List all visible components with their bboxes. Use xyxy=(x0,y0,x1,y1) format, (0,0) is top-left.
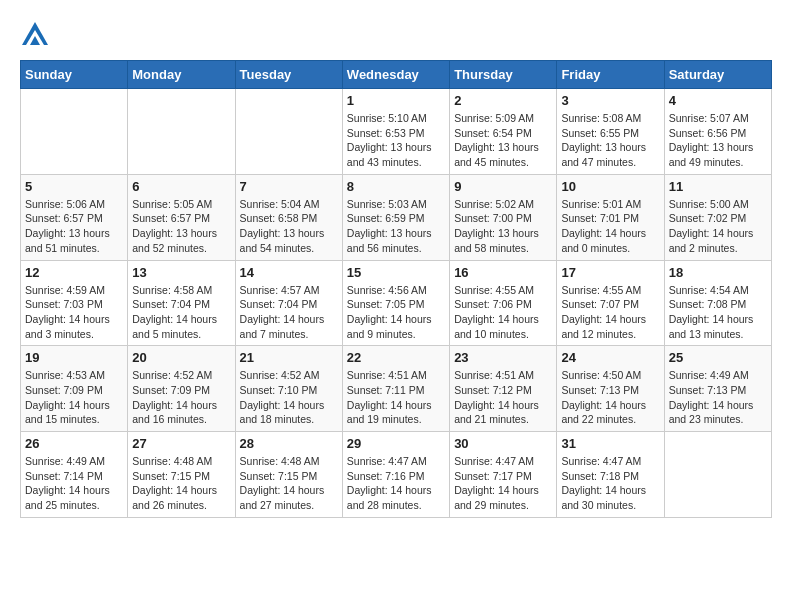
day-info: Sunrise: 4:49 AM Sunset: 7:13 PM Dayligh… xyxy=(669,368,767,427)
day-info: Sunrise: 4:47 AM Sunset: 7:16 PM Dayligh… xyxy=(347,454,445,513)
day-number: 16 xyxy=(454,265,552,280)
day-info: Sunrise: 5:09 AM Sunset: 6:54 PM Dayligh… xyxy=(454,111,552,170)
day-info: Sunrise: 5:08 AM Sunset: 6:55 PM Dayligh… xyxy=(561,111,659,170)
day-number: 31 xyxy=(561,436,659,451)
page-header xyxy=(20,20,772,50)
calendar-cell: 26Sunrise: 4:49 AM Sunset: 7:14 PM Dayli… xyxy=(21,432,128,518)
day-of-week-header: Sunday xyxy=(21,61,128,89)
calendar-cell: 21Sunrise: 4:52 AM Sunset: 7:10 PM Dayli… xyxy=(235,346,342,432)
day-info: Sunrise: 4:58 AM Sunset: 7:04 PM Dayligh… xyxy=(132,283,230,342)
day-number: 9 xyxy=(454,179,552,194)
day-info: Sunrise: 5:10 AM Sunset: 6:53 PM Dayligh… xyxy=(347,111,445,170)
day-number: 29 xyxy=(347,436,445,451)
day-number: 28 xyxy=(240,436,338,451)
calendar-cell: 23Sunrise: 4:51 AM Sunset: 7:12 PM Dayli… xyxy=(450,346,557,432)
calendar-cell: 3Sunrise: 5:08 AM Sunset: 6:55 PM Daylig… xyxy=(557,89,664,175)
day-info: Sunrise: 5:07 AM Sunset: 6:56 PM Dayligh… xyxy=(669,111,767,170)
day-number: 20 xyxy=(132,350,230,365)
day-number: 12 xyxy=(25,265,123,280)
day-number: 18 xyxy=(669,265,767,280)
calendar-week-row: 26Sunrise: 4:49 AM Sunset: 7:14 PM Dayli… xyxy=(21,432,772,518)
calendar-cell: 18Sunrise: 4:54 AM Sunset: 7:08 PM Dayli… xyxy=(664,260,771,346)
calendar-cell: 4Sunrise: 5:07 AM Sunset: 6:56 PM Daylig… xyxy=(664,89,771,175)
day-info: Sunrise: 4:47 AM Sunset: 7:17 PM Dayligh… xyxy=(454,454,552,513)
calendar-week-row: 19Sunrise: 4:53 AM Sunset: 7:09 PM Dayli… xyxy=(21,346,772,432)
calendar-cell: 8Sunrise: 5:03 AM Sunset: 6:59 PM Daylig… xyxy=(342,174,449,260)
calendar-cell xyxy=(128,89,235,175)
day-info: Sunrise: 5:02 AM Sunset: 7:00 PM Dayligh… xyxy=(454,197,552,256)
day-number: 13 xyxy=(132,265,230,280)
day-of-week-header: Saturday xyxy=(664,61,771,89)
day-of-week-header: Monday xyxy=(128,61,235,89)
day-info: Sunrise: 5:04 AM Sunset: 6:58 PM Dayligh… xyxy=(240,197,338,256)
day-number: 4 xyxy=(669,93,767,108)
day-number: 11 xyxy=(669,179,767,194)
day-info: Sunrise: 4:53 AM Sunset: 7:09 PM Dayligh… xyxy=(25,368,123,427)
day-number: 2 xyxy=(454,93,552,108)
day-info: Sunrise: 5:06 AM Sunset: 6:57 PM Dayligh… xyxy=(25,197,123,256)
day-number: 1 xyxy=(347,93,445,108)
day-number: 17 xyxy=(561,265,659,280)
day-info: Sunrise: 5:05 AM Sunset: 6:57 PM Dayligh… xyxy=(132,197,230,256)
day-number: 25 xyxy=(669,350,767,365)
calendar-cell: 11Sunrise: 5:00 AM Sunset: 7:02 PM Dayli… xyxy=(664,174,771,260)
calendar-header-row: SundayMondayTuesdayWednesdayThursdayFrid… xyxy=(21,61,772,89)
day-number: 24 xyxy=(561,350,659,365)
calendar-cell xyxy=(664,432,771,518)
calendar-cell: 1Sunrise: 5:10 AM Sunset: 6:53 PM Daylig… xyxy=(342,89,449,175)
day-number: 6 xyxy=(132,179,230,194)
day-number: 22 xyxy=(347,350,445,365)
day-of-week-header: Tuesday xyxy=(235,61,342,89)
day-number: 14 xyxy=(240,265,338,280)
day-number: 19 xyxy=(25,350,123,365)
day-info: Sunrise: 4:52 AM Sunset: 7:09 PM Dayligh… xyxy=(132,368,230,427)
day-info: Sunrise: 4:49 AM Sunset: 7:14 PM Dayligh… xyxy=(25,454,123,513)
day-number: 8 xyxy=(347,179,445,194)
calendar-cell: 22Sunrise: 4:51 AM Sunset: 7:11 PM Dayli… xyxy=(342,346,449,432)
day-info: Sunrise: 4:48 AM Sunset: 7:15 PM Dayligh… xyxy=(132,454,230,513)
day-of-week-header: Friday xyxy=(557,61,664,89)
day-info: Sunrise: 4:59 AM Sunset: 7:03 PM Dayligh… xyxy=(25,283,123,342)
calendar-cell: 10Sunrise: 5:01 AM Sunset: 7:01 PM Dayli… xyxy=(557,174,664,260)
logo-icon xyxy=(20,20,50,50)
day-number: 27 xyxy=(132,436,230,451)
day-number: 5 xyxy=(25,179,123,194)
day-info: Sunrise: 4:51 AM Sunset: 7:11 PM Dayligh… xyxy=(347,368,445,427)
calendar-cell: 27Sunrise: 4:48 AM Sunset: 7:15 PM Dayli… xyxy=(128,432,235,518)
day-of-week-header: Thursday xyxy=(450,61,557,89)
calendar-cell: 5Sunrise: 5:06 AM Sunset: 6:57 PM Daylig… xyxy=(21,174,128,260)
day-info: Sunrise: 4:54 AM Sunset: 7:08 PM Dayligh… xyxy=(669,283,767,342)
calendar-cell: 6Sunrise: 5:05 AM Sunset: 6:57 PM Daylig… xyxy=(128,174,235,260)
day-number: 30 xyxy=(454,436,552,451)
calendar-week-row: 1Sunrise: 5:10 AM Sunset: 6:53 PM Daylig… xyxy=(21,89,772,175)
day-info: Sunrise: 4:51 AM Sunset: 7:12 PM Dayligh… xyxy=(454,368,552,427)
day-info: Sunrise: 5:00 AM Sunset: 7:02 PM Dayligh… xyxy=(669,197,767,256)
calendar-cell xyxy=(21,89,128,175)
calendar-cell xyxy=(235,89,342,175)
calendar-cell: 30Sunrise: 4:47 AM Sunset: 7:17 PM Dayli… xyxy=(450,432,557,518)
calendar-cell: 20Sunrise: 4:52 AM Sunset: 7:09 PM Dayli… xyxy=(128,346,235,432)
day-number: 21 xyxy=(240,350,338,365)
calendar-week-row: 5Sunrise: 5:06 AM Sunset: 6:57 PM Daylig… xyxy=(21,174,772,260)
calendar-cell: 7Sunrise: 5:04 AM Sunset: 6:58 PM Daylig… xyxy=(235,174,342,260)
calendar-cell: 9Sunrise: 5:02 AM Sunset: 7:00 PM Daylig… xyxy=(450,174,557,260)
calendar-cell: 17Sunrise: 4:55 AM Sunset: 7:07 PM Dayli… xyxy=(557,260,664,346)
day-info: Sunrise: 4:50 AM Sunset: 7:13 PM Dayligh… xyxy=(561,368,659,427)
day-number: 10 xyxy=(561,179,659,194)
day-number: 3 xyxy=(561,93,659,108)
calendar-cell: 12Sunrise: 4:59 AM Sunset: 7:03 PM Dayli… xyxy=(21,260,128,346)
calendar-cell: 29Sunrise: 4:47 AM Sunset: 7:16 PM Dayli… xyxy=(342,432,449,518)
calendar-cell: 2Sunrise: 5:09 AM Sunset: 6:54 PM Daylig… xyxy=(450,89,557,175)
day-info: Sunrise: 4:55 AM Sunset: 7:07 PM Dayligh… xyxy=(561,283,659,342)
calendar-cell: 16Sunrise: 4:55 AM Sunset: 7:06 PM Dayli… xyxy=(450,260,557,346)
day-number: 23 xyxy=(454,350,552,365)
calendar-cell: 15Sunrise: 4:56 AM Sunset: 7:05 PM Dayli… xyxy=(342,260,449,346)
day-info: Sunrise: 4:56 AM Sunset: 7:05 PM Dayligh… xyxy=(347,283,445,342)
day-info: Sunrise: 4:55 AM Sunset: 7:06 PM Dayligh… xyxy=(454,283,552,342)
day-of-week-header: Wednesday xyxy=(342,61,449,89)
day-info: Sunrise: 4:48 AM Sunset: 7:15 PM Dayligh… xyxy=(240,454,338,513)
day-number: 7 xyxy=(240,179,338,194)
day-info: Sunrise: 5:01 AM Sunset: 7:01 PM Dayligh… xyxy=(561,197,659,256)
calendar-cell: 13Sunrise: 4:58 AM Sunset: 7:04 PM Dayli… xyxy=(128,260,235,346)
calendar-cell: 31Sunrise: 4:47 AM Sunset: 7:18 PM Dayli… xyxy=(557,432,664,518)
